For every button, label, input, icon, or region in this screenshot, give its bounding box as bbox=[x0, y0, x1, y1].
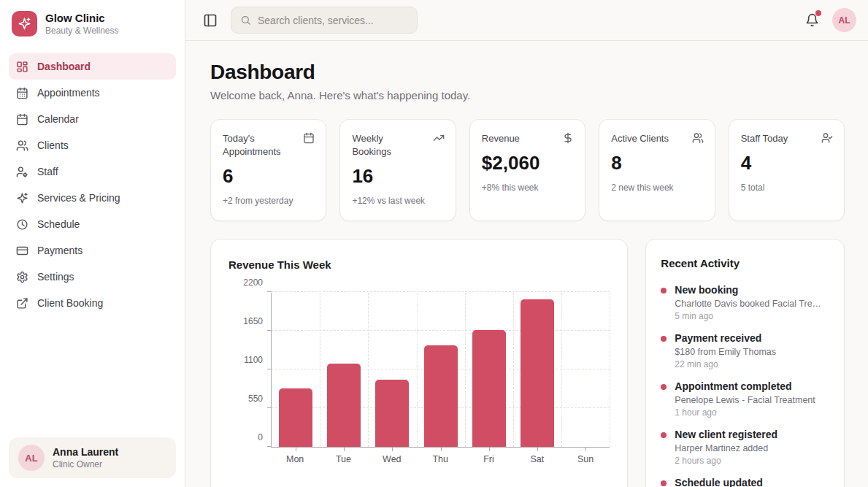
x-tick bbox=[344, 447, 345, 451]
bar-Thu bbox=[424, 345, 458, 447]
user-check-icon bbox=[821, 132, 833, 144]
activity-item-time: 5 min ago bbox=[675, 311, 825, 321]
stat-note: +8% this week bbox=[482, 183, 573, 193]
stat-label: Staff Today bbox=[741, 132, 832, 145]
sidebar-item-label: Staff bbox=[37, 166, 58, 177]
x-axis-labels: MonTueWedThuFriSatSun bbox=[271, 454, 610, 464]
x-tick bbox=[585, 447, 586, 451]
dollar-icon bbox=[562, 132, 574, 144]
bar-Tue bbox=[327, 364, 361, 447]
sidebar-item-label: Calendar bbox=[37, 113, 79, 125]
stat-card-staff-today: Staff Today45 total bbox=[729, 119, 845, 221]
calendar-icon bbox=[16, 113, 28, 126]
gridline-v bbox=[513, 293, 514, 447]
stat-card-active-clients: Active Clients82 new this week bbox=[599, 119, 715, 221]
stat-value: 4 bbox=[741, 152, 832, 175]
x-tick bbox=[296, 447, 296, 451]
activity-dot bbox=[661, 288, 667, 294]
calendar-days-icon bbox=[16, 87, 28, 99]
activity-item-title: New client registered bbox=[675, 429, 777, 440]
sidebar-item-label: Settings bbox=[37, 271, 74, 283]
panel-left-icon bbox=[203, 13, 218, 28]
sidebar-item-services-pricing[interactable]: Services & Pricing bbox=[9, 185, 176, 211]
activity-item-appointment-completed: Appointment completedPenelope Lewis - Fa… bbox=[661, 380, 829, 418]
sidebar-item-calendar[interactable]: Calendar bbox=[9, 106, 176, 132]
activity-item-description: Penelope Lewis - Facial Treatment bbox=[675, 395, 815, 405]
stat-label: Active Clients bbox=[611, 132, 702, 145]
sidebar-item-staff[interactable]: Staff bbox=[9, 158, 176, 185]
y-tick bbox=[267, 291, 272, 292]
y-tick bbox=[267, 330, 272, 331]
main-area: AL Dashboard Welcome back, Anna. Here's … bbox=[185, 0, 868, 487]
revenue-bar-chart: 0550110016502200MonTueWedThuFriSatSun bbox=[228, 293, 610, 464]
x-tick bbox=[537, 447, 538, 451]
sidebar-item-label: Payments bbox=[37, 245, 82, 256]
avatar: AL bbox=[18, 445, 45, 471]
stat-value: 16 bbox=[352, 165, 443, 188]
activity-item-time: 2 hours ago bbox=[675, 456, 777, 466]
stat-value: $2,060 bbox=[482, 152, 573, 175]
user-profile-card[interactable]: AL Anna Laurent Clinic Owner bbox=[9, 437, 176, 478]
activity-title: Recent Activity bbox=[661, 257, 829, 269]
activity-dot bbox=[661, 336, 667, 342]
sidebar-item-payments[interactable]: Payments bbox=[9, 237, 176, 264]
activity-item-description: Charlotte Davis booked Facial Treatment bbox=[675, 299, 825, 309]
brand-name: Glow Clinic bbox=[45, 12, 119, 24]
activity-item-new-client-registered: New client registeredHarper Martinez add… bbox=[661, 429, 829, 466]
stat-value: 6 bbox=[223, 165, 314, 188]
stat-card-revenue: Revenue$2,060+8% this week bbox=[469, 119, 585, 221]
users-icon bbox=[692, 132, 704, 144]
sidebar-item-clients[interactable]: Clients bbox=[9, 132, 176, 158]
clock-icon bbox=[16, 218, 28, 231]
search-box[interactable] bbox=[231, 7, 418, 34]
brand-tagline: Beauty & Wellness bbox=[45, 26, 119, 36]
recent-activity-card: Recent Activity New bookingCharlotte Dav… bbox=[645, 239, 845, 487]
stat-label: Today's Appointments bbox=[223, 132, 314, 158]
user-cog-icon bbox=[16, 166, 28, 178]
x-label: Sat bbox=[513, 454, 561, 464]
activity-dot bbox=[661, 384, 667, 390]
sidebar-item-client-booking[interactable]: Client Booking bbox=[9, 290, 176, 316]
activity-item-title: Appointment completed bbox=[675, 380, 815, 392]
profile-name: Anna Laurent bbox=[53, 446, 118, 458]
stat-note: +2 from yesterday bbox=[223, 196, 314, 206]
search-icon bbox=[240, 15, 251, 26]
activity-item-time: 22 min ago bbox=[675, 359, 776, 369]
chart-title: Revenue This Week bbox=[228, 258, 610, 271]
activity-item-description: Harper Martinez added bbox=[675, 443, 777, 453]
x-label: Fri bbox=[464, 454, 512, 464]
bar-Sat bbox=[521, 299, 554, 447]
stat-label: Weekly Bookings bbox=[352, 132, 443, 158]
x-label: Tue bbox=[319, 454, 367, 464]
gridline-h bbox=[272, 291, 610, 292]
gridline-v bbox=[368, 293, 369, 447]
sidebar-toggle-button[interactable] bbox=[200, 10, 220, 31]
activity-body: Schedule updated bbox=[675, 477, 763, 487]
gridline-v bbox=[465, 293, 466, 447]
x-label: Mon bbox=[271, 454, 319, 464]
sidebar-item-dashboard[interactable]: Dashboard bbox=[9, 53, 176, 80]
bar-Mon bbox=[279, 388, 312, 447]
credit-card-icon bbox=[16, 245, 28, 257]
y-tick bbox=[267, 407, 272, 408]
stat-note: +12% vs last week bbox=[352, 196, 443, 206]
stat-label: Revenue bbox=[482, 132, 573, 145]
sidebar-item-label: Clients bbox=[37, 139, 69, 151]
topbar: AL bbox=[185, 0, 868, 41]
sidebar-item-schedule[interactable]: Schedule bbox=[9, 211, 176, 237]
activity-item-new-booking: New bookingCharlotte Davis booked Facial… bbox=[661, 284, 829, 321]
sidebar-item-label: Schedule bbox=[37, 218, 80, 230]
external-link-icon bbox=[16, 297, 28, 310]
y-tick-label: 550 bbox=[231, 394, 263, 404]
sidebar-item-settings[interactable]: Settings bbox=[9, 264, 176, 290]
x-tick bbox=[489, 447, 490, 451]
activity-item-title: Payment received bbox=[675, 332, 776, 344]
sidebar-item-appointments[interactable]: Appointments bbox=[9, 80, 176, 106]
user-avatar[interactable]: AL bbox=[832, 8, 856, 32]
search-input[interactable] bbox=[258, 15, 408, 26]
trending-up-icon bbox=[433, 132, 445, 144]
calendar-icon bbox=[303, 132, 315, 144]
y-tick-label: 0 bbox=[231, 432, 263, 442]
sidebar: Glow Clinic Beauty & Wellness DashboardA… bbox=[0, 0, 185, 487]
notifications-button[interactable] bbox=[802, 10, 822, 30]
